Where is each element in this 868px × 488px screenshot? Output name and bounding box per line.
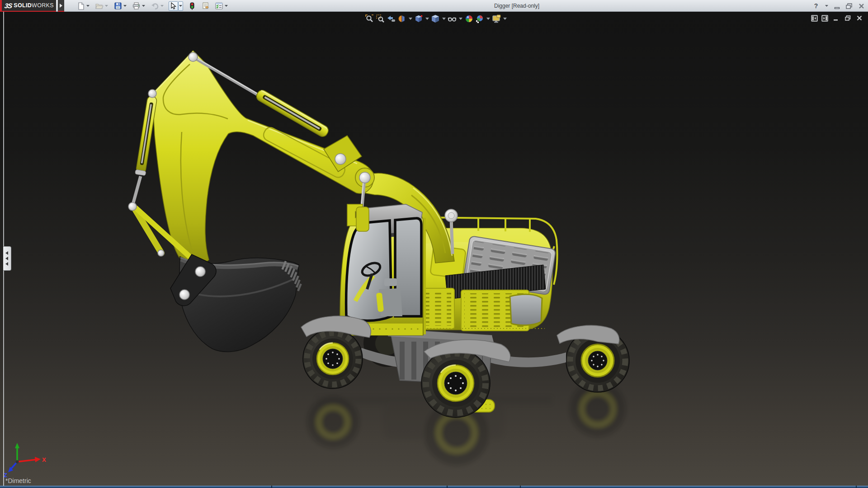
apply-scene-icon[interactable] <box>475 14 485 23</box>
save-dropdown[interactable] <box>123 1 127 11</box>
hide-show-items-dropdown[interactable] <box>458 14 463 23</box>
file-properties-button[interactable] <box>201 1 210 11</box>
orientation-triad: X Z <box>4 443 46 479</box>
doc-restore-button[interactable] <box>844 14 852 23</box>
help-dropdown[interactable] <box>824 1 829 10</box>
select-tool-button[interactable] <box>169 1 178 11</box>
pane-right-toggle-icon[interactable] <box>821 15 828 22</box>
main-toolbar <box>76 0 233 12</box>
open-dropdown[interactable] <box>104 1 109 11</box>
body-rear-window <box>510 294 542 325</box>
previous-view-icon[interactable] <box>386 14 396 23</box>
doc-close-button[interactable] <box>855 14 863 23</box>
hide-show-items-icon[interactable] <box>447 14 457 23</box>
brand-name-bold: SOLID <box>14 2 32 9</box>
close-button[interactable] <box>857 1 865 10</box>
help-button[interactable]: ? <box>812 1 820 10</box>
zoom-to-fit-icon[interactable] <box>364 14 374 23</box>
doc-minimize-button[interactable] <box>832 14 840 23</box>
feature-panel-expander-tab[interactable] <box>3 246 11 271</box>
save-button[interactable] <box>113 1 123 11</box>
solidworks-window: X Z <box>0 0 868 488</box>
solidworks-logo: 3S SOLID WORKS <box>0 0 56 12</box>
view-orientation-dropdown[interactable] <box>425 14 429 23</box>
collapse-arrow-icon <box>5 251 9 255</box>
edit-appearance-icon[interactable] <box>464 14 474 23</box>
section-view-icon[interactable] <box>397 14 407 23</box>
help-question-glyph: ? <box>814 2 818 9</box>
print-button[interactable] <box>132 1 141 11</box>
window-title: Digger [Read-only] <box>494 0 539 12</box>
bucket <box>170 254 308 352</box>
collapse-arrow-icon <box>5 257 9 260</box>
open-button[interactable] <box>94 1 104 11</box>
brand-name-light: WORKS <box>32 2 54 9</box>
triad-x-label: X <box>42 456 46 463</box>
options-dropdown[interactable] <box>224 1 229 11</box>
excavator-model[interactable]: X Z <box>0 0 868 488</box>
new-document-button[interactable] <box>76 1 85 11</box>
display-style-icon[interactable] <box>430 14 440 23</box>
new-document-dropdown[interactable] <box>85 1 90 11</box>
front-right-wheel <box>421 349 490 418</box>
select-tool-dropdown[interactable] <box>178 1 183 11</box>
menu-expand-arrow[interactable] <box>58 0 64 12</box>
taskbar-divider <box>520 486 521 488</box>
collapse-arrow-icon <box>5 262 9 266</box>
taskbar-divider <box>447 486 448 488</box>
document-window-controls <box>811 14 863 23</box>
view-settings-dropdown[interactable] <box>502 14 507 23</box>
options-button[interactable] <box>214 1 224 11</box>
undo-button[interactable] <box>150 1 160 11</box>
print-dropdown[interactable] <box>141 1 146 11</box>
heads-up-view-toolbar <box>364 13 507 24</box>
minimize-button[interactable] <box>833 1 841 10</box>
zoom-to-area-icon[interactable] <box>375 14 385 23</box>
undo-dropdown[interactable] <box>160 1 165 11</box>
view-orientation-label: *Dimetric <box>5 477 31 484</box>
view-settings-icon[interactable] <box>491 14 501 23</box>
taskbar-divider <box>271 486 272 488</box>
graphics-viewport[interactable]: X Z <box>0 12 868 486</box>
title-bar: 3S SOLID WORKS <box>0 0 868 12</box>
section-view-dropdown[interactable] <box>408 14 413 23</box>
view-orientation-icon[interactable] <box>414 14 424 23</box>
window-controls: ? <box>812 0 865 12</box>
rebuild-button[interactable] <box>187 1 197 11</box>
os-taskbar-sliver[interactable] <box>0 486 868 488</box>
pane-left-toggle-icon[interactable] <box>811 15 818 22</box>
display-style-dropdown[interactable] <box>441 14 446 23</box>
taskbar-divider <box>856 486 857 488</box>
front-left-wheel <box>303 329 363 389</box>
restore-button[interactable] <box>845 1 853 10</box>
apply-scene-dropdown[interactable] <box>486 14 491 23</box>
logo-glyph: 3S <box>4 2 13 9</box>
